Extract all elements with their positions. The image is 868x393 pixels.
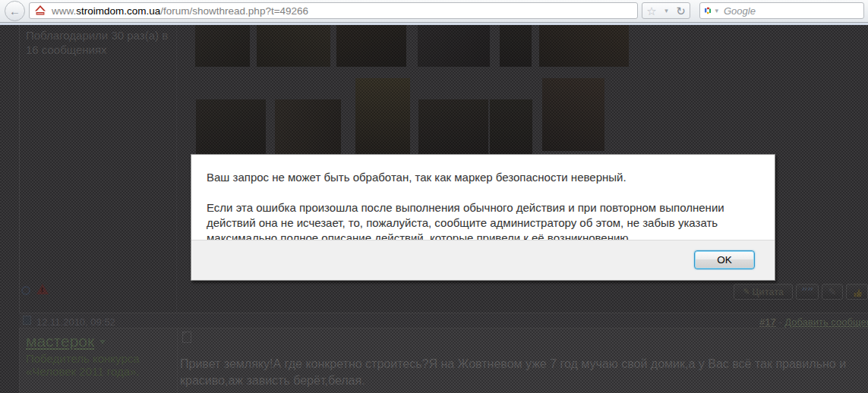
thanks-button [846, 284, 868, 300]
username-link: мастерок [26, 332, 106, 351]
thumbs-up-icon [852, 287, 863, 297]
post-message-line-1: Привет земляку!А где конкретно строитесь… [180, 356, 868, 373]
dialog-message: Ваш запрос не может быть обработан, так … [191, 155, 775, 241]
user-title-line-1: Победитель конкурса [26, 352, 140, 365]
photo-thumbnail [418, 99, 488, 156]
url-domain: stroimdom.com.ua [76, 5, 160, 17]
photo-thumbnail [490, 99, 532, 154]
search-bar[interactable]: ▾ [699, 2, 864, 19]
post-header-separator: - [776, 316, 785, 328]
search-input[interactable] [722, 3, 859, 18]
toolbar-bottom-bevel [0, 23, 868, 25]
site-favicon [34, 5, 46, 17]
user-column-border [176, 25, 177, 313]
page-viewport: Поблагодарили 30 раз(а) в 16 сообщениях … [0, 25, 868, 393]
search-engine-dropdown-icon[interactable]: ▾ [715, 8, 718, 14]
post-number-link: #17 [759, 316, 776, 328]
security-token-error-dialog: Ваш запрос не может быть обработан, так … [191, 154, 775, 281]
dialog-message-line-1: Ваш запрос не может быть обработан, так … [207, 170, 759, 185]
address-bar[interactable]: www.stroimdom.com.ua/forum/showthread.ph… [29, 2, 638, 19]
quote-pencil-icon: ✎ [743, 287, 750, 297]
history-dropdown-icon[interactable]: ▾ [664, 8, 668, 14]
url-text: www.stroimdom.com.ua/forum/showthread.ph… [52, 5, 308, 17]
photo-thumbnail [257, 25, 330, 67]
ok-button-label: OK [717, 254, 732, 266]
user-title: Победитель конкурса «Человек 2011 года». [26, 352, 140, 378]
ok-button[interactable]: OK [694, 250, 755, 269]
back-arrow-icon: ← [9, 5, 21, 17]
browser-toolbar: ← www.stroimdom.com.ua/forum/showthread.… [0, 0, 868, 23]
quote-button-label: Цитата [752, 287, 783, 297]
post-header-band [19, 313, 868, 329]
back-button[interactable]: ← [5, 1, 25, 21]
thanks-line-2: 16 сообщениях [26, 42, 168, 57]
photo-thumbnail [355, 78, 410, 156]
post-message-line-2: красиво,аж зависть берёт,белая. [180, 373, 868, 389]
photo-thumbnail [418, 25, 490, 67]
message-page-icon [182, 332, 191, 343]
report-warning-bang: ! [41, 286, 43, 294]
thanks-line-1: Поблагодарили 30 раз(а) в [26, 28, 168, 42]
photo-thumbnail [539, 25, 629, 67]
user-status-icon [21, 286, 30, 295]
address-bar-actions: ☆ ▾ ↻ [642, 2, 690, 19]
reload-icon[interactable]: ↻ [676, 5, 686, 17]
post-date-icon [23, 316, 31, 325]
url-path: /forum/showthread.php?t=49266 [160, 5, 308, 17]
post-body-divider [177, 329, 178, 393]
photo-thumbnail [195, 25, 250, 67]
post-table-border [19, 25, 20, 313]
add-message-link: Добавить сообщение [784, 316, 868, 328]
multiquote-button: ”” [796, 284, 819, 300]
user-profile-arrow-icon [99, 340, 106, 344]
thanks-stats: Поблагодарили 30 раз(а) в 16 сообщениях [26, 28, 168, 57]
photo-thumbnail [542, 78, 604, 151]
post-message: Привет земляку!А где конкретно строитесь… [180, 356, 868, 389]
photo-thumbnail [336, 25, 406, 67]
dialog-footer: OK [191, 240, 775, 280]
bookmark-star-icon[interactable]: ☆ [646, 5, 656, 17]
photo-thumbnail [500, 25, 532, 67]
quick-edit-button: ✎ [822, 284, 843, 300]
url-www: www. [52, 5, 76, 17]
username-text: мастерок [26, 332, 94, 350]
post-date: 12.11.2010, 09:52 [36, 316, 115, 328]
quote-button: ✎ Цитата [734, 284, 793, 300]
photo-thumbnail [196, 99, 266, 156]
photo-thumbnail [275, 99, 341, 156]
post-header-links: #17 - Добавить сообщение [759, 316, 868, 329]
google-logo-icon [705, 5, 711, 16]
dialog-message-line-2: Если эта ошибка произошла после выполнен… [207, 200, 759, 246]
user-title-line-2: «Человек 2011 года». [26, 365, 140, 378]
